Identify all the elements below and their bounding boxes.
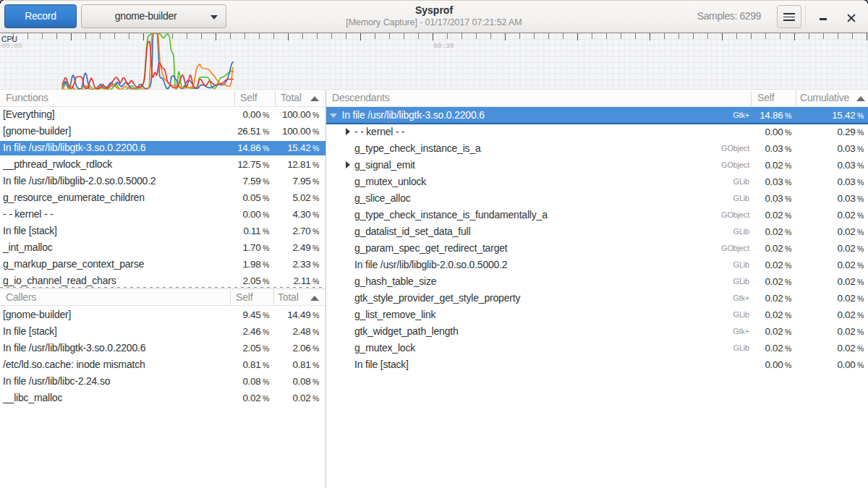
svg-text:00:00: 00:00 (1, 42, 22, 50)
svg-text:00:30: 00:30 (433, 42, 454, 50)
